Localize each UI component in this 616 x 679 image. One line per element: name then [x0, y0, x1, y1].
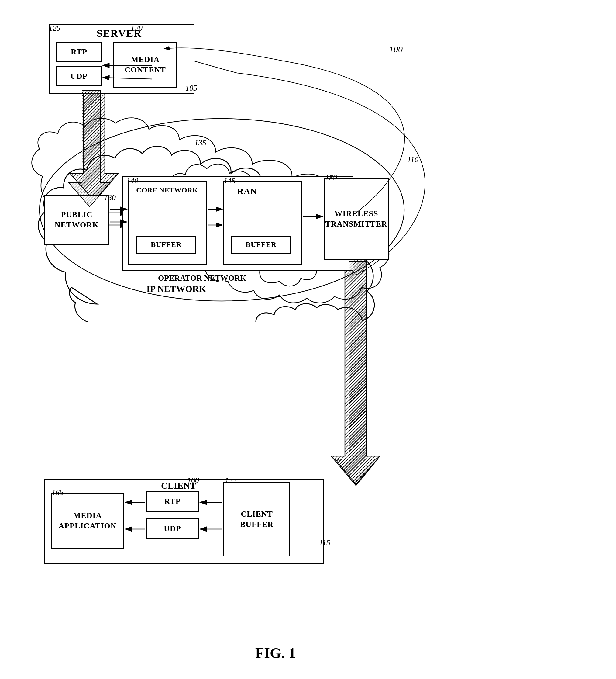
public-network-box: PUBLIC NETWORK — [44, 195, 109, 245]
figure-label: FIG. 1 — [255, 645, 296, 661]
ref-145: 145 — [224, 176, 236, 186]
ref-110: 110 — [407, 155, 418, 164]
ran-buffer-label: BUFFER — [245, 240, 277, 249]
ip-network-label: IP NETWORK — [146, 284, 206, 294]
wireless-transmitter-box: WIRELESS TRANSMITTER — [323, 178, 389, 260]
rtp-client-box: RTP — [146, 491, 199, 512]
core-network-label: CORE NETWORK — [134, 186, 201, 194]
media-application-box: MEDIA APPLICATION — [51, 493, 124, 549]
udp-server-box: UDP — [56, 66, 102, 86]
rtp-server-label: RTP — [71, 47, 87, 57]
wireless-transmitter-label: WIRELESS TRANSMITTER — [324, 208, 388, 229]
ran-buffer-box: BUFFER — [231, 236, 291, 254]
udp-client-box: UDP — [146, 518, 199, 539]
ref-120: 120 — [131, 24, 142, 33]
ran-label: RAN — [237, 186, 257, 196]
public-network-label: PUBLIC NETWORK — [45, 209, 108, 230]
ref-105: 105 — [185, 84, 197, 93]
client-buffer-label: CLIENT BUFFER — [224, 509, 289, 530]
ref-125: 125 — [48, 24, 61, 33]
ref-160: 160 — [187, 476, 199, 485]
ref-135: 135 — [195, 138, 206, 148]
ref-155: 155 — [225, 476, 237, 485]
media-content-label: MEDIA CONTENT — [114, 55, 176, 75]
core-buffer-box: BUFFER — [136, 236, 196, 254]
client-buffer-box: CLIENT BUFFER — [224, 482, 290, 556]
udp-server-label: UDP — [70, 71, 88, 82]
ref-165: 165 — [52, 488, 64, 497]
ref-100: 100 — [389, 44, 403, 55]
rtp-server-box: RTP — [56, 42, 102, 62]
udp-client-label: UDP — [164, 524, 181, 534]
media-content-box: MEDIA CONTENT — [113, 42, 177, 88]
ref-150: 150 — [325, 173, 337, 183]
rtp-client-label: RTP — [164, 496, 180, 507]
operator-network-label: OPERATOR NETWORK — [158, 274, 246, 283]
ref-115: 115 — [319, 538, 330, 547]
core-buffer-label: BUFFER — [151, 240, 182, 249]
ref-130: 130 — [104, 193, 116, 202]
ref-140: 140 — [127, 176, 138, 186]
media-application-label: MEDIA APPLICATION — [52, 511, 123, 531]
server-box: SERVER RTP UDP MEDIA CONTENT — [48, 24, 195, 94]
